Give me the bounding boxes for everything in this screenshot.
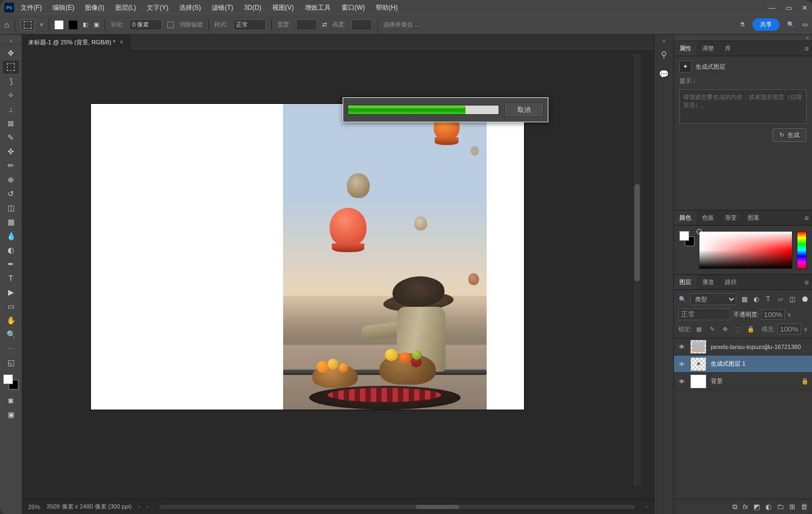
filter-pixel-icon[interactable]: ▩ xyxy=(739,294,749,304)
menu-select[interactable]: 选择(S) xyxy=(175,1,205,15)
comments-panel-icon[interactable]: 💬 xyxy=(658,68,670,80)
new-layer-icon[interactable]: ⊞ xyxy=(789,503,795,511)
menu-3d[interactable]: 3D(D) xyxy=(240,2,266,14)
tab-paths[interactable]: 路径 xyxy=(719,275,742,289)
layer-thumbnail[interactable] xyxy=(690,340,706,354)
workspace-icon[interactable]: ▭ xyxy=(802,21,808,28)
menu-view[interactable]: 视图(V) xyxy=(268,1,298,15)
tab-adjustments[interactable]: 调整 xyxy=(697,41,719,56)
scrollbar-vertical[interactable] xyxy=(633,54,641,486)
dodge-tool[interactable]: ◐ xyxy=(3,243,19,256)
gradient-tool[interactable]: ▦ xyxy=(3,215,19,228)
tab-gradients[interactable]: 渐变 xyxy=(719,210,742,225)
lock-trans-icon[interactable]: ▩ xyxy=(695,326,703,333)
lock-icon[interactable]: 🔒 xyxy=(801,378,809,385)
tab-layers[interactable]: 图层 xyxy=(674,275,697,289)
color-picker-field[interactable] xyxy=(699,231,793,269)
generate-button[interactable]: ↻生成 xyxy=(772,128,807,142)
collapse-panel-icon[interactable]: » xyxy=(674,35,812,41)
crop-tool[interactable]: ⟂ xyxy=(3,103,19,116)
color-default-icon[interactable]: ◱ xyxy=(3,356,19,369)
chevron-down-icon[interactable]: ▾ xyxy=(40,21,43,28)
type-tool[interactable]: T xyxy=(3,272,19,285)
filter-kind-select[interactable]: 类型 xyxy=(690,293,736,305)
screen-mode-tool[interactable]: ▣ xyxy=(3,408,19,421)
home-icon[interactable]: ⌂ xyxy=(4,20,9,29)
menu-image[interactable]: 图像(I) xyxy=(81,1,108,15)
filter-toggle[interactable] xyxy=(802,296,808,302)
tab-libraries[interactable]: 库 xyxy=(719,41,736,56)
collapse-strip-icon[interactable]: « xyxy=(663,38,666,44)
layer-thumbnail[interactable]: ✦ xyxy=(690,357,706,371)
minimize-icon[interactable]: — xyxy=(769,4,776,12)
height-input[interactable] xyxy=(351,19,372,30)
layer-row[interactable]: 👁 pexels-tansu-topuzoğlu-16721380 xyxy=(674,338,812,355)
edit-toolbar-icon[interactable]: ⋯ xyxy=(3,342,19,355)
hand-tool[interactable]: ✋ xyxy=(3,314,19,327)
lock-nest-icon[interactable]: ⬚ xyxy=(734,326,742,333)
selection-intersect-icon[interactable]: ▣ xyxy=(94,21,99,28)
menu-window[interactable]: 窗口(W) xyxy=(337,1,369,15)
menu-file[interactable]: 文件(F) xyxy=(16,1,46,15)
brush-tool[interactable]: ✏ xyxy=(3,159,19,172)
feather-input[interactable] xyxy=(129,19,162,30)
fill-input[interactable] xyxy=(777,324,801,334)
panel-menu-icon[interactable]: ≡ xyxy=(804,214,809,222)
info-prev-icon[interactable]: ‹ xyxy=(147,504,148,510)
marquee-tool[interactable] xyxy=(3,61,19,74)
tab-swatches[interactable]: 色板 xyxy=(697,210,719,225)
tab-patterns[interactable]: 图案 xyxy=(742,210,765,225)
eyedropper-tool[interactable]: ✎ xyxy=(3,131,19,144)
info-next-icon[interactable]: › xyxy=(646,504,647,510)
opacity-input[interactable] xyxy=(761,309,785,320)
width-input[interactable] xyxy=(296,19,317,30)
selection-new-icon[interactable] xyxy=(55,21,63,29)
frame-tool[interactable]: ⊠ xyxy=(3,117,19,130)
layer-row[interactable]: 👁 ✦ 生成式图层 1 xyxy=(674,355,812,373)
shape-tool[interactable]: ▭ xyxy=(3,300,19,313)
color-swatches[interactable] xyxy=(3,374,18,390)
quick-select-tool[interactable]: ✧ xyxy=(3,89,19,102)
zoom-value[interactable]: 25% xyxy=(28,504,40,510)
move-tool[interactable]: ✥ xyxy=(3,47,19,60)
filter-shape-icon[interactable]: ▱ xyxy=(775,294,785,304)
style-select[interactable] xyxy=(233,19,266,30)
canvas[interactable]: 取消 xyxy=(26,54,641,486)
filter-search-icon[interactable]: 🔍 xyxy=(678,296,687,303)
link-layers-icon[interactable]: ⧉ xyxy=(732,503,737,511)
close-tab-icon[interactable]: × xyxy=(120,38,123,46)
quick-mask-tool[interactable]: ◙ xyxy=(3,394,19,407)
timeline-scrub[interactable] xyxy=(159,505,635,509)
layer-mask-icon[interactable]: ◩ xyxy=(754,503,760,511)
panel-menu-icon[interactable]: ≡ xyxy=(804,44,809,53)
beaker-icon[interactable]: ⚗ xyxy=(739,21,745,28)
filter-type-icon[interactable]: T xyxy=(763,294,773,304)
close-icon[interactable]: ✕ xyxy=(802,4,808,12)
pen-tool[interactable]: ✒ xyxy=(3,258,19,271)
layer-name[interactable]: 生成式图层 1 xyxy=(711,360,809,368)
visibility-toggle-icon[interactable]: 👁 xyxy=(677,344,686,350)
learn-panel-icon[interactable]: ⚲ xyxy=(658,49,670,61)
tab-channels[interactable]: 通道 xyxy=(697,275,719,289)
collapse-toolbar-icon[interactable]: » xyxy=(0,38,22,44)
delete-layer-icon[interactable]: 🗑 xyxy=(801,503,808,511)
adjustment-layer-icon[interactable]: ◐ xyxy=(765,503,771,511)
tool-preset-button[interactable] xyxy=(21,19,35,31)
blend-mode-select[interactable] xyxy=(678,308,730,320)
cancel-button[interactable]: 取消 xyxy=(505,103,543,117)
lock-image-icon[interactable]: ✎ xyxy=(708,326,716,333)
zoom-tool[interactable]: 🔍 xyxy=(3,328,19,341)
filter-smart-icon[interactable]: ◫ xyxy=(787,294,797,304)
layer-row[interactable]: 👁 背景 🔒 xyxy=(674,373,812,390)
spot-heal-tool[interactable]: ✜ xyxy=(3,145,19,158)
tab-color[interactable]: 颜色 xyxy=(674,210,697,225)
visibility-toggle-icon[interactable]: 👁 xyxy=(677,378,686,385)
visibility-toggle-icon[interactable]: 👁 xyxy=(677,361,686,367)
path-select-tool[interactable]: ▶ xyxy=(3,286,19,299)
select-and-mask-button[interactable]: 选择并遮住 ... xyxy=(383,21,420,29)
selection-add-icon[interactable] xyxy=(69,21,77,29)
layer-fx-icon[interactable]: fx xyxy=(743,503,748,511)
panel-menu-icon[interactable]: ≡ xyxy=(804,278,809,287)
doc-info[interactable]: 3508 像素 x 2480 像素 (300 ppi) xyxy=(47,503,132,511)
filter-adjust-icon[interactable]: ◐ xyxy=(751,294,761,304)
